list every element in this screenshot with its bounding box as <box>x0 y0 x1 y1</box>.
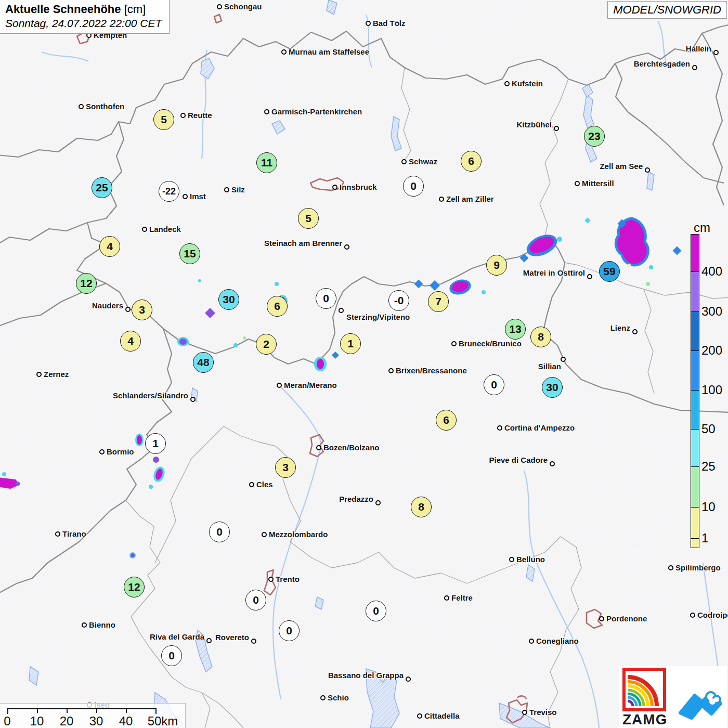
snow-value-badge[interactable]: 8 <box>530 327 551 347</box>
legend-segment-200-300 <box>691 312 699 351</box>
city-label: Rovereto <box>215 633 249 642</box>
snow-value-badge[interactable]: 0 <box>484 374 504 395</box>
city-label: Zell am See <box>600 162 643 171</box>
snow-value-badge[interactable]: 48 <box>193 352 214 373</box>
snow-value-badge[interactable]: 3 <box>132 300 152 320</box>
snow-value-badge[interactable]: 0 <box>209 522 230 542</box>
city-label: Mittersill <box>582 179 614 188</box>
snow-value-badge[interactable]: 2 <box>256 334 277 355</box>
snow-value-badge[interactable]: 12 <box>124 577 145 597</box>
city-marker <box>332 185 337 190</box>
city-label: Lienz <box>610 323 630 332</box>
city-marker <box>529 639 534 644</box>
city-label: Kufstein <box>512 79 543 88</box>
title-main: Aktuelle Schneehöhe <box>5 3 121 16</box>
city-marker <box>249 482 254 487</box>
snow-value-badge[interactable]: 13 <box>505 319 526 340</box>
city-label: Landeck <box>149 225 181 233</box>
snow-value-badge[interactable]: 0 <box>161 645 182 666</box>
city-label: Schongau <box>224 2 262 11</box>
snow-value-badge[interactable]: 30 <box>218 289 239 310</box>
city-label: Reutte <box>188 111 212 120</box>
city-label: Schlanders/Silandro <box>113 391 188 400</box>
snow-value-badge[interactable]: 0 <box>316 288 336 309</box>
city-label: Silz <box>231 185 245 194</box>
city-label: Conegliano <box>536 636 579 645</box>
snow-value-badge[interactable]: 4 <box>99 236 120 257</box>
city-marker <box>180 113 186 118</box>
city-label: Bruneck/Brunico <box>459 339 522 348</box>
legend-segment-10-25 <box>691 467 699 508</box>
snow-value-badge[interactable]: 3 <box>275 457 296 478</box>
snow-value-badge[interactable]: 30 <box>542 377 563 398</box>
scalebar-tick <box>126 708 127 713</box>
snow-value-badge[interactable]: 6 <box>267 296 288 317</box>
city-label: Belluno <box>516 555 545 564</box>
scalebar-label: 20 <box>60 714 74 728</box>
snow-value-badge[interactable]: 6 <box>461 151 482 172</box>
snow-value-badge[interactable]: 25 <box>92 177 112 198</box>
snow-value-badge[interactable]: 6 <box>436 410 457 431</box>
legend-colorbar <box>691 234 699 548</box>
snow-value-badge[interactable]: 12 <box>76 273 97 294</box>
city-label: Garmisch-Partenkirchen <box>271 107 362 116</box>
snow-value-badge[interactable]: -0 <box>388 290 409 311</box>
city-marker <box>451 341 457 346</box>
city-marker <box>55 531 60 537</box>
scalebar-label: 0 <box>4 714 10 728</box>
snow-value-badge[interactable]: -22 <box>159 181 179 202</box>
city-label: Imst <box>190 192 206 201</box>
title-box: Aktuelle Schneehöhe [cm] Sonntag, 24.07.… <box>0 0 170 34</box>
city-marker <box>217 4 222 9</box>
city-marker <box>277 383 282 388</box>
snow-value-badge[interactable]: 0 <box>245 590 266 610</box>
snow-value-badge[interactable]: 5 <box>153 109 174 130</box>
zamg-wordmark: ZAMG <box>622 711 666 728</box>
city-marker <box>125 307 131 312</box>
city-marker <box>79 104 84 109</box>
legend-segment-50-100 <box>691 391 699 430</box>
snow-value-badge[interactable]: 11 <box>256 152 277 173</box>
city-label: Predazzo <box>339 495 373 503</box>
city-marker <box>575 181 580 186</box>
snow-value-badge[interactable]: 59 <box>599 261 620 282</box>
snow-value-badge[interactable]: 7 <box>428 291 449 312</box>
city-marker <box>251 639 256 644</box>
legend-tick-label: 300 <box>701 304 722 319</box>
city-label: Bozen/Bolzano <box>323 443 380 452</box>
city-marker <box>599 616 604 621</box>
snow-value-badge[interactable]: 23 <box>584 126 605 147</box>
city-label: Sterzing/Vipiteno <box>346 313 410 321</box>
snow-value-badge[interactable]: 15 <box>179 243 200 264</box>
snow-value-badge[interactable]: 1 <box>340 333 361 354</box>
city-marker <box>99 449 105 454</box>
city-marker <box>587 274 592 279</box>
snow-value-badge[interactable]: 1 <box>145 433 166 454</box>
city-marker <box>497 425 502 431</box>
legend-tick-label: 10 <box>701 500 716 514</box>
scalebar-line <box>7 708 155 709</box>
snow-value-badge[interactable]: 8 <box>411 497 432 517</box>
city-label: Hallein <box>686 44 711 53</box>
city-marker <box>375 500 381 505</box>
city-label: Cortina d'Ampezzo <box>504 423 575 432</box>
city-marker <box>401 159 407 164</box>
legend-tick-label: 50 <box>701 422 716 436</box>
scalebar-label: 30 <box>89 714 103 728</box>
model-box: MODEL/SNOWGRID <box>607 1 727 19</box>
snow-value-badge[interactable]: 9 <box>486 255 507 276</box>
city-label: Codroipo <box>697 610 728 619</box>
snow-value-badge[interactable]: 4 <box>120 331 141 352</box>
city-label: Bad Tölz <box>373 19 406 28</box>
city-marker <box>444 595 449 601</box>
snow-value-badge[interactable]: 0 <box>279 620 300 641</box>
snow-value-badge[interactable]: 0 <box>403 176 424 197</box>
city-label: Treviso <box>529 708 557 717</box>
city-label: Steinach am Brenner <box>264 239 342 248</box>
city-label: Meran/Merano <box>284 381 337 389</box>
snow-value-badge[interactable]: 5 <box>298 208 319 229</box>
legend-tick-label: 200 <box>701 343 722 358</box>
snow-value-badge[interactable]: 0 <box>366 601 386 621</box>
city-marker <box>417 713 422 719</box>
city-label: Riva del Garda <box>150 632 204 641</box>
